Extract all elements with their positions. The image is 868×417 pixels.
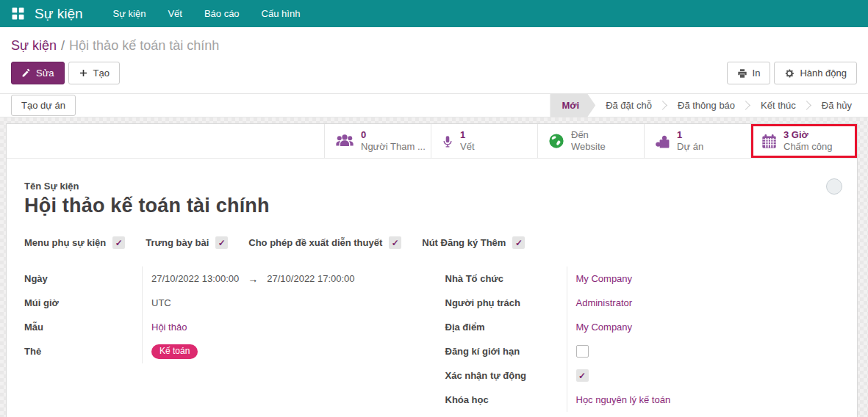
edit-button-label: Sửa bbox=[36, 68, 54, 79]
field-label: Địa điểm bbox=[445, 322, 567, 333]
stat-button-attendees[interactable]: 0 Người Tham ... bbox=[324, 124, 431, 158]
status-booked[interactable]: Đã đặt chỗ bbox=[595, 94, 662, 117]
field-timezone: Múi giờ UTC bbox=[24, 291, 423, 315]
responsible-link[interactable]: Administrator bbox=[576, 297, 633, 308]
field-organizer: Nhà Tổ chức My Company bbox=[445, 266, 844, 291]
toggle-exhibitors: Trưng bày bài bbox=[146, 236, 228, 249]
app-name[interactable]: Sự kiện bbox=[35, 6, 83, 22]
print-button-label: In bbox=[753, 68, 761, 79]
stat-button-timesheet[interactable]: 3 Giờ Chấm công bbox=[750, 124, 857, 158]
printer-icon bbox=[737, 68, 747, 79]
breadcrumb-current: Hội thảo kế toán tài chính bbox=[69, 38, 219, 53]
breadcrumb-parent[interactable]: Sự kiện bbox=[11, 38, 57, 53]
checkbox-track-proposals[interactable] bbox=[389, 236, 401, 249]
checkbox-registration-limit[interactable] bbox=[576, 345, 589, 358]
field-label: Người phụ trách bbox=[445, 297, 567, 308]
tag-pill: Kế toán bbox=[151, 344, 198, 359]
checkbox-exhibitors[interactable] bbox=[215, 236, 228, 249]
toggle-row: Menu phụ sự kiện Trưng bày bài Cho phép … bbox=[24, 236, 844, 249]
venue-link[interactable]: My Company bbox=[576, 322, 633, 333]
puzzle-icon bbox=[655, 134, 670, 149]
create-project-button[interactable]: Tạo dự án bbox=[11, 95, 76, 116]
breadcrumb-separator: / bbox=[61, 38, 65, 53]
field-venue: Địa điểm My Company bbox=[445, 315, 844, 339]
field-label: Mẫu bbox=[24, 322, 142, 333]
event-name-label: Tên Sự kiện bbox=[24, 181, 844, 192]
stat-value: 1 bbox=[460, 129, 475, 141]
plus-icon bbox=[79, 68, 88, 78]
breadcrumb: Sự kiện/Hội thảo kế toán tài chính bbox=[11, 36, 857, 55]
action-button-label: Hành động bbox=[800, 68, 847, 79]
arrow-right-icon: → bbox=[248, 273, 258, 285]
field-grid: Ngày 27/10/2022 13:00:00 → 27/10/2022 17… bbox=[24, 266, 844, 412]
right-buttons: In Hành động bbox=[727, 62, 857, 84]
field-responsible: Người phụ trách Administrator bbox=[445, 291, 844, 315]
create-button[interactable]: Tạo bbox=[68, 62, 120, 84]
field-template: Mẫu Hội thảo bbox=[24, 315, 423, 339]
status-announced[interactable]: Đã thông báo bbox=[667, 94, 745, 117]
print-button[interactable]: In bbox=[727, 62, 771, 84]
stat-button-website[interactable]: Đến Website bbox=[537, 124, 644, 158]
nav-menu-reports[interactable]: Báo cáo bbox=[193, 0, 251, 27]
organizer-link[interactable]: My Company bbox=[576, 273, 633, 284]
toggle-register-button: Nút Đăng ký Thêm bbox=[422, 236, 525, 249]
field-date: Ngày 27/10/2022 13:00:00 → 27/10/2022 17… bbox=[24, 266, 423, 291]
nav-menu-tracks[interactable]: Vết bbox=[157, 0, 193, 27]
field-label: Xác nhận tự động bbox=[445, 370, 567, 381]
form-body: Tên Sự kiện Hội thảo kế toán tài chính M… bbox=[7, 159, 857, 417]
checkbox-autoconfirm[interactable] bbox=[576, 369, 589, 382]
field-label: Thẻ bbox=[24, 346, 142, 357]
stat-button-project[interactable]: 1 Dự án bbox=[644, 124, 750, 158]
create-button-label: Tạo bbox=[93, 68, 110, 79]
action-button[interactable]: Hành động bbox=[774, 62, 857, 84]
date-end-value: 27/10/2022 17:00:00 bbox=[267, 273, 354, 284]
event-image-placeholder bbox=[826, 178, 842, 195]
gear-icon bbox=[784, 68, 795, 79]
checkbox-register-button[interactable] bbox=[512, 236, 525, 249]
stat-value: 1 bbox=[677, 129, 703, 141]
stat-label: Website bbox=[571, 141, 606, 153]
field-autoconfirm: Xác nhận tự động bbox=[445, 363, 844, 388]
field-label: Nhà Tổ chức bbox=[445, 273, 567, 284]
field-label: Ngày bbox=[24, 273, 142, 284]
toggle-label: Trưng bày bài bbox=[146, 237, 209, 248]
stat-button-tracks[interactable]: 1 Vết bbox=[431, 124, 537, 158]
edit-button[interactable]: Sửa bbox=[11, 62, 65, 84]
pencil-icon bbox=[21, 68, 31, 78]
status-new[interactable]: Mới bbox=[550, 94, 595, 117]
field-course: Khóa học Học nguyên lý kế toán bbox=[445, 388, 844, 412]
form-sheet: 0 Người Tham ... 1 Vết Đến Website bbox=[6, 123, 858, 417]
apps-grid-icon[interactable] bbox=[12, 7, 24, 20]
stat-value: Đến bbox=[571, 129, 606, 141]
field-group-left: Ngày 27/10/2022 13:00:00 → 27/10/2022 17… bbox=[24, 266, 423, 412]
stat-value: 3 Giờ bbox=[783, 129, 832, 141]
toggle-track-proposals: Cho phép đề xuất diễn thuyết bbox=[248, 236, 401, 249]
statusbar: Tạo dự án Mới Đã đặt chỗ Đã thông báo Kế… bbox=[0, 93, 868, 117]
toggle-label: Menu phụ sự kiện bbox=[24, 237, 106, 248]
field-label: Khóa học bbox=[445, 394, 567, 405]
globe-icon bbox=[548, 133, 564, 149]
timezone-value: UTC bbox=[151, 297, 171, 308]
field-label: Múi giờ bbox=[24, 297, 142, 308]
stat-label: Chấm công bbox=[783, 141, 832, 153]
status-cancelled[interactable]: Đã hủy bbox=[811, 94, 862, 117]
calendar-icon bbox=[761, 134, 777, 149]
date-start-value: 27/10/2022 13:00:00 bbox=[151, 273, 239, 284]
stat-label: Người Tham ... bbox=[361, 141, 426, 153]
nav-menu-configuration[interactable]: Cấu hình bbox=[251, 0, 312, 27]
button-row: Sửa Tạo In Hành động bbox=[11, 62, 857, 84]
template-link[interactable]: Hội thảo bbox=[151, 322, 187, 333]
checkbox-event-submenu[interactable] bbox=[112, 236, 125, 249]
status-pipeline: Mới Đã đặt chỗ Đã thông báo Kết thúc Đã … bbox=[550, 94, 868, 117]
field-tags: Thẻ Kế toán bbox=[24, 339, 423, 363]
field-label: Đăng kí giới hạn bbox=[445, 346, 567, 357]
status-ended[interactable]: Kết thúc bbox=[750, 94, 806, 117]
top-navbar: Sự kiện Sự kiện Vết Báo cáo Cấu hình bbox=[0, 0, 868, 27]
course-link[interactable]: Học nguyên lý kế toán bbox=[576, 394, 671, 405]
users-icon bbox=[335, 133, 354, 149]
nav-menu-events[interactable]: Sự kiện bbox=[102, 0, 157, 27]
control-panel: Sự kiện/Hội thảo kế toán tài chính Sửa T… bbox=[0, 27, 868, 93]
microphone-icon bbox=[442, 133, 453, 150]
stat-label: Dự án bbox=[677, 141, 703, 153]
stat-label: Vết bbox=[460, 141, 475, 153]
